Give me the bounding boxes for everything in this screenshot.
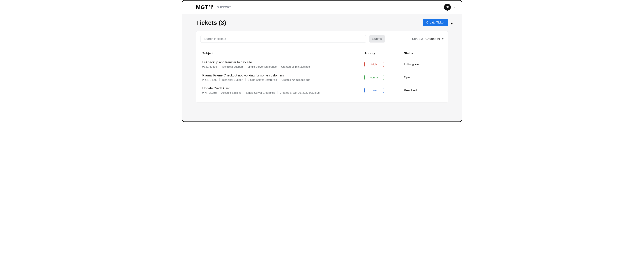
status-text: Resolved <box>404 89 417 92</box>
user-menu[interactable]: JD <box>439 0 455 14</box>
ticket-id: #RZL-94003 <box>202 78 220 81</box>
status-text: In Progress <box>404 63 420 66</box>
app-window: MGT SUPPORT JD Tickets (3) Create Ticket… <box>182 0 462 122</box>
ticket-plan: Single Server Enterprise <box>244 91 278 94</box>
cell-status: Open <box>404 71 442 84</box>
table-row[interactable]: Klarna iFrame Checkout not working for s… <box>202 71 442 84</box>
col-header-priority: Priority <box>364 48 404 58</box>
page-title: Tickets (3) <box>196 19 226 26</box>
ticket-created: Created 15 minutes ago <box>279 65 312 68</box>
search-submit-button[interactable]: Submit <box>369 35 385 42</box>
priority-badge: High <box>364 62 384 67</box>
cell-status: Resolved <box>404 84 442 97</box>
sort-label: Sort By: <box>412 37 423 41</box>
page-body: Tickets (3) Create Ticket Submit Sort By… <box>182 14 462 121</box>
ticket-category: Account & Billing <box>219 91 244 94</box>
cell-priority: Normal <box>364 71 404 84</box>
brand: MGT SUPPORT <box>196 4 231 10</box>
tickets-panel: Submit Sort By: Created At Subject Prior <box>196 31 448 103</box>
cell-status: In Progress <box>404 58 442 71</box>
caret-down-icon <box>442 38 444 39</box>
create-ticket-button[interactable]: Create Ticket <box>423 19 448 26</box>
topbar: MGT SUPPORT JD <box>182 0 462 14</box>
ticket-category: Technical Support <box>220 78 246 81</box>
sort-wrap: Sort By: Created At <box>412 37 444 41</box>
ticket-meta: #RZL-94003Technical SupportSingle Server… <box>202 78 364 81</box>
ticket-plan: Single Server Enterprise <box>246 78 280 81</box>
search-row: Submit <box>200 35 412 43</box>
tickets-table-wrap: Subject Priority Status DB backup and tr… <box>196 47 448 102</box>
sort-selected-value: Created At <box>426 37 440 41</box>
search-input[interactable] <box>200 35 366 43</box>
ticket-plan: Single Server Enterprise <box>245 65 279 68</box>
brand-text: MGT <box>196 4 208 10</box>
avatar: JD <box>444 4 451 10</box>
page-head: Tickets (3) Create Ticket <box>196 19 448 26</box>
brand-mark-icon <box>209 5 214 9</box>
col-header-subject: Subject <box>202 48 364 58</box>
svg-rect-0 <box>209 5 210 6</box>
brand-logo: MGT <box>196 4 214 10</box>
ticket-created: Created at Oct 20, 2023 08:08:08 <box>278 91 322 94</box>
ticket-subject: Klarna iFrame Checkout not working for s… <box>202 74 364 77</box>
ticket-category: Technical Support <box>220 65 245 68</box>
cell-priority: High <box>364 58 404 71</box>
cell-subject: Update Credit Card#IKR-32358Account & Bi… <box>202 84 364 97</box>
ticket-id: #SJZ-63594 <box>202 65 220 68</box>
col-header-status: Status <box>404 48 442 58</box>
priority-badge: Normal <box>364 75 384 80</box>
cell-subject: Klarna iFrame Checkout not working for s… <box>202 71 364 84</box>
table-row[interactable]: DB backup and transfer to dev site#SJZ-6… <box>202 58 442 71</box>
sort-dropdown[interactable]: Created At <box>426 37 444 41</box>
ticket-id: #IKR-32358 <box>202 91 219 94</box>
ticket-meta: #IKR-32358Account & BillingSingle Server… <box>202 91 364 94</box>
ticket-subject: Update Credit Card <box>202 86 364 90</box>
panel-toolbar: Submit Sort By: Created At <box>196 31 448 47</box>
table-row[interactable]: Update Credit Card#IKR-32358Account & Bi… <box>202 84 442 97</box>
ticket-subject: DB backup and transfer to dev site <box>202 60 364 64</box>
status-text: Open <box>404 75 412 79</box>
brand-subtitle: SUPPORT <box>217 5 231 8</box>
caret-down-icon <box>453 7 455 8</box>
cell-subject: DB backup and transfer to dev site#SJZ-6… <box>202 58 364 71</box>
priority-badge: Low <box>364 88 384 93</box>
tickets-table: Subject Priority Status DB backup and tr… <box>202 48 442 97</box>
cell-priority: Low <box>364 84 404 97</box>
ticket-created: Created 42 minutes ago <box>279 78 312 81</box>
ticket-meta: #SJZ-63594Technical SupportSingle Server… <box>202 65 364 68</box>
